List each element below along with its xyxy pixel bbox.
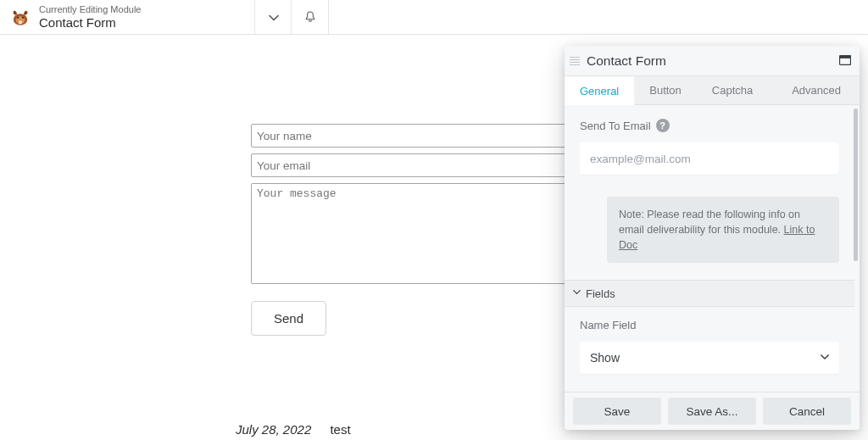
svg-point-2 bbox=[17, 17, 19, 19]
chevron-down-icon bbox=[821, 353, 829, 363]
help-icon[interactable]: ? bbox=[656, 119, 670, 132]
panel-body: Send To Email ? Note: Please read the fo… bbox=[565, 105, 860, 392]
chevron-down-icon[interactable] bbox=[254, 0, 292, 35]
beaver-logo-icon bbox=[10, 7, 31, 27]
module-subtitle: Currently Editing Module bbox=[39, 4, 141, 15]
send-to-email-input[interactable] bbox=[580, 142, 839, 175]
tab-advanced[interactable]: Advanced bbox=[776, 76, 860, 104]
tab-button[interactable]: Button bbox=[634, 76, 697, 104]
drag-handle-icon[interactable] bbox=[570, 57, 580, 65]
chevron-down-icon bbox=[573, 288, 581, 298]
module-title: Contact Form bbox=[39, 15, 141, 30]
panel-tabs: General Button Captcha Advanced bbox=[565, 76, 860, 105]
contact-form-preview: Send bbox=[251, 124, 599, 336]
panel-footer: Save Save As... Cancel bbox=[565, 392, 860, 430]
expand-icon[interactable] bbox=[839, 53, 851, 69]
module-settings-panel: Contact Form General Button Captcha Adva… bbox=[565, 46, 860, 430]
module-title-block: Currently Editing Module Contact Form bbox=[0, 0, 292, 34]
email-input[interactable] bbox=[251, 153, 599, 177]
send-button[interactable]: Send bbox=[251, 301, 326, 336]
notification-bell-icon[interactable] bbox=[292, 0, 329, 35]
cancel-button[interactable]: Cancel bbox=[763, 398, 851, 425]
name-field-select[interactable]: Show bbox=[580, 342, 839, 374]
name-input[interactable] bbox=[251, 124, 599, 148]
scrollbar[interactable] bbox=[854, 109, 858, 261]
top-bar: Currently Editing Module Contact Form bbox=[0, 0, 868, 35]
post-date: July 28, 2022 bbox=[236, 422, 311, 437]
svg-rect-4 bbox=[19, 21, 22, 25]
fields-accordion[interactable]: Fields bbox=[565, 280, 854, 307]
tab-captcha[interactable]: Captcha bbox=[697, 76, 768, 104]
panel-title: Contact Form bbox=[587, 53, 839, 69]
message-textarea[interactable] bbox=[251, 183, 599, 284]
post-title: test bbox=[330, 422, 350, 437]
svg-point-3 bbox=[22, 17, 24, 19]
send-to-email-label: Send To Email ? bbox=[580, 119, 839, 132]
post-meta: July 28, 2022 test bbox=[236, 422, 351, 437]
save-button[interactable]: Save bbox=[573, 398, 661, 425]
name-field-label: Name Field bbox=[580, 319, 839, 331]
deliverability-note: Note: Please read the following info on … bbox=[607, 197, 839, 263]
tab-general[interactable]: General bbox=[565, 76, 634, 105]
svg-rect-6 bbox=[840, 55, 851, 58]
save-as-button[interactable]: Save As... bbox=[668, 398, 756, 425]
panel-header: Contact Form bbox=[565, 46, 860, 76]
